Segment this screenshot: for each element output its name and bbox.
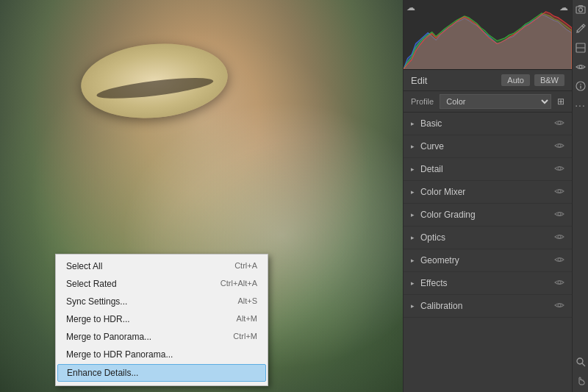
eye-icon[interactable] xyxy=(554,278,564,288)
svg-point-6 xyxy=(558,190,561,193)
panel-label: Curve xyxy=(420,141,554,152)
profile-select[interactable]: Color Monochrome Adobe Color xyxy=(440,94,551,109)
profile-label: Profile xyxy=(411,97,434,106)
bw-button[interactable]: B&W xyxy=(534,74,564,86)
sidebar-icon-search[interactable] xyxy=(574,355,587,368)
svg-point-19 xyxy=(580,84,581,85)
svg-point-4 xyxy=(558,144,561,147)
menu-item-label: Enhance Details... xyxy=(67,368,138,378)
panel-section-detail[interactable]: ▸ Detail xyxy=(404,158,572,181)
edit-label: Edit xyxy=(411,75,497,86)
panel-label: Color Mixer xyxy=(420,187,554,197)
eye-icon[interactable] xyxy=(554,232,564,243)
panel-section-curve[interactable]: ▸ Curve xyxy=(404,135,572,158)
panel-section-color-grading[interactable]: ▸ Color Grading xyxy=(404,204,572,227)
histogram-chart: ☁ ☁ xyxy=(404,0,572,69)
panel-section-optics[interactable]: ▸ Optics xyxy=(404,227,572,249)
svg-point-3 xyxy=(558,121,561,124)
chevron-icon: ▸ xyxy=(411,165,415,173)
panel-section-calibration[interactable]: ▸ Calibration xyxy=(404,295,572,318)
panel-section-basic[interactable]: ▸ Basic xyxy=(404,113,572,135)
photo-area: Select All Ctrl+A Select Rated Ctrl+Alt+… xyxy=(0,0,403,392)
svg-rect-12 xyxy=(576,7,585,13)
auto-button[interactable]: Auto xyxy=(501,74,530,86)
menu-item-shortcut: Alt+S xyxy=(237,296,257,307)
svg-text:☁: ☁ xyxy=(406,3,416,11)
right-column: ☁ ☁ Edit Auto B&W Profile Color Monochro… xyxy=(403,0,588,392)
sidebar-icon-eye[interactable] xyxy=(574,60,587,74)
menu-item-select-rated[interactable]: Select Rated Ctrl+Alt+A xyxy=(56,275,268,293)
panel-section-effects[interactable]: ▸ Effects xyxy=(404,272,572,295)
profile-row: Profile Color Monochrome Adobe Color ⊞ xyxy=(404,91,572,113)
menu-item-label: Select Rated xyxy=(66,279,117,289)
edit-toolbar: Edit Auto B&W xyxy=(404,70,572,91)
menu-item-merge-hdr-pan[interactable]: Merge to HDR Panorama... xyxy=(56,346,268,363)
chevron-icon: ▸ xyxy=(411,302,415,310)
eye-icon[interactable] xyxy=(554,118,564,129)
svg-point-17 xyxy=(579,65,582,68)
eye-icon[interactable] xyxy=(554,255,564,266)
menu-item-label: Select All xyxy=(66,261,102,271)
eye-icon[interactable] xyxy=(554,210,564,220)
menu-item-label: Merge to Panorama... xyxy=(66,332,151,342)
panel-label: Basic xyxy=(420,118,554,129)
sidebar-icon-mask[interactable] xyxy=(574,41,587,54)
chevron-icon: ▸ xyxy=(411,143,415,150)
app-container: Select All Ctrl+A Select Rated Ctrl+Alt+… xyxy=(0,0,588,392)
svg-point-11 xyxy=(558,304,561,307)
svg-point-7 xyxy=(558,213,561,215)
chevron-icon: ▸ xyxy=(411,279,415,287)
chevron-icon: ▸ xyxy=(411,120,415,127)
panel-label: Geometry xyxy=(420,255,554,266)
svg-point-5 xyxy=(558,167,561,170)
menu-item-label: Merge to HDR Panorama... xyxy=(66,349,173,360)
svg-point-9 xyxy=(558,258,561,261)
menu-item-label: Merge to HDR... xyxy=(66,314,130,324)
panel-section-geometry[interactable]: ▸ Geometry xyxy=(404,249,572,272)
chevron-icon: ▸ xyxy=(411,234,415,241)
sidebar-icon-hand[interactable] xyxy=(574,374,587,388)
svg-point-21 xyxy=(577,358,583,364)
menu-item-shortcut: Ctrl+A xyxy=(234,261,257,271)
chevron-icon: ▸ xyxy=(411,257,415,264)
svg-point-10 xyxy=(558,281,561,284)
svg-point-13 xyxy=(578,8,582,12)
menu-item-merge-panorama[interactable]: Merge to Panorama... Ctrl+M xyxy=(56,328,268,346)
menu-item-shortcut: Ctrl+M xyxy=(233,332,257,342)
histogram-area: ☁ ☁ xyxy=(404,0,572,70)
menu-item-shortcut: Alt+M xyxy=(237,314,257,324)
svg-text:☁: ☁ xyxy=(559,3,569,11)
menu-item-label: Sync Settings... xyxy=(66,296,127,307)
chevron-icon: ▸ xyxy=(411,211,415,218)
panel-section-color-mixer[interactable]: ▸ Color Mixer xyxy=(404,181,572,204)
sidebar-icon-info[interactable] xyxy=(574,79,587,93)
sidebar-icon-edit[interactable] xyxy=(574,22,587,35)
svg-line-22 xyxy=(582,363,585,366)
menu-item-shortcut: Ctrl+Alt+A xyxy=(220,279,257,289)
menu-item-select-all[interactable]: Select All Ctrl+A xyxy=(56,257,268,275)
eye-icon[interactable] xyxy=(554,301,564,311)
panel-label: Detail xyxy=(420,164,554,174)
menu-item-enhance-details[interactable]: Enhance Details... xyxy=(57,364,266,382)
eye-icon[interactable] xyxy=(554,164,564,174)
sidebar-icon-camera[interactable] xyxy=(574,3,587,16)
grid-icon[interactable]: ⊞ xyxy=(557,96,564,107)
menu-item-merge-hdr[interactable]: Merge to HDR... Alt+M xyxy=(56,310,268,328)
chevron-icon: ▸ xyxy=(411,188,415,196)
right-panel: ☁ ☁ Edit Auto B&W Profile Color Monochro… xyxy=(403,0,572,392)
sidebar-icon-more[interactable]: ··· xyxy=(574,99,587,112)
panels-list: ▸ Basic ▸ Curve ▸ Detail xyxy=(404,113,572,392)
panel-label: Color Grading xyxy=(420,210,554,220)
panel-label: Effects xyxy=(420,278,554,288)
svg-point-8 xyxy=(558,235,561,238)
menu-item-sync-settings[interactable]: Sync Settings... Alt+S xyxy=(56,293,268,310)
sidebar-icons: ··· xyxy=(572,0,588,392)
context-menu: Select All Ctrl+A Select Rated Ctrl+Alt+… xyxy=(55,254,268,386)
eye-icon[interactable] xyxy=(554,141,564,152)
panel-label: Calibration xyxy=(420,301,554,311)
panel-label: Optics xyxy=(420,232,554,243)
eye-icon[interactable] xyxy=(554,187,564,197)
